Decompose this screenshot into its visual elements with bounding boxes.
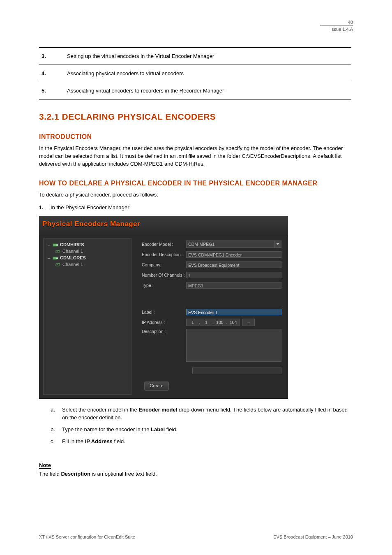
tree-channel-label: Channel 1 [62, 249, 83, 254]
tree-node-encoder[interactable]: – CDMLORES [47, 254, 128, 261]
collapse-icon[interactable]: – [47, 242, 51, 247]
intro-heading: INTRODUCTION [39, 133, 353, 141]
form-row-ip: IP Address : 1 . 1 . 100 . 104 ... [142, 319, 281, 326]
stage-text: Associating virtual encoders to recorder… [65, 82, 351, 99]
intro-paragraph: In the Physical Encoders Manager, the us… [39, 145, 353, 168]
table-row: 3. Setting up the virtual encoders in th… [39, 48, 351, 65]
company-input[interactable]: EVS Broadcast Equipment [186, 261, 281, 268]
description-textarea[interactable] [186, 329, 281, 362]
encoder-icon [53, 255, 58, 261]
page-header: 48 Issue 1.4.A [320, 20, 353, 32]
table-row: 4. Associating physical encoders to virt… [39, 65, 351, 82]
stage-number: 4. [39, 65, 65, 82]
step-row: 1. In the Physical Encoder Manager: [39, 204, 353, 212]
ip-input[interactable]: 1 . 1 . 100 . 104 [186, 319, 240, 326]
howto-heading: HOW TO DECLARE A PHYSICAL ENCODER IN THE… [39, 180, 353, 187]
form-row-description: Description : [142, 329, 281, 362]
substep-text: Fill in the IP Address field. [62, 438, 353, 446]
section-heading: 3.2.1 DECLARING PHYSICAL ENCODERS [39, 112, 353, 122]
type-input[interactable]: MPEG1 [186, 282, 281, 289]
ip-octet[interactable]: 1 [200, 320, 212, 325]
encoder-icon [53, 242, 58, 247]
footer-left: XT / XS Server configuration for CleanEd… [39, 534, 135, 539]
channel-icon [55, 249, 61, 254]
note-block: Note The field Description is an optiona… [39, 461, 353, 478]
page: 48 Issue 1.4.A 3. Setting up the virtual… [0, 0, 392, 555]
encoder-description-input[interactable]: EVS CDM-MPEG1 Encoder [186, 251, 281, 258]
substep-letter: a. [51, 406, 62, 422]
form-label: Company : [142, 262, 186, 267]
tree-node-encoder[interactable]: – CDMHIRES [47, 241, 128, 248]
stage-text: Associating physical encoders to virtual… [65, 65, 351, 82]
tree-node-channel[interactable]: Channel 1 [47, 261, 128, 268]
channel-icon [55, 262, 61, 267]
form-row-channels: Number Of Channels : 1 [142, 271, 281, 279]
form-label: Encoder Model : [142, 242, 186, 247]
form-label: Description : [142, 329, 186, 334]
substep-text: Type the name for the encoder in the Lab… [62, 426, 353, 434]
table-row: 5. Associating virtual encoders to recor… [39, 82, 351, 99]
tree-encoder-label: CDMLORES [60, 255, 86, 260]
substep-letter: c. [51, 438, 62, 446]
form-label: Number Of Channels : [142, 273, 186, 278]
ip-octet[interactable]: 100 [214, 320, 226, 325]
ip-browse-button[interactable]: ... [242, 319, 255, 326]
collapse-icon[interactable]: – [47, 255, 51, 260]
create-button-rest: reate [153, 383, 163, 388]
ip-address-field: 1 . 1 . 100 . 104 ... [186, 319, 255, 326]
step-number: 1. [39, 204, 51, 212]
scrollbar-horizontal[interactable] [192, 368, 281, 374]
page-number: 48 [320, 20, 353, 26]
ip-octet[interactable]: 1 [187, 320, 199, 325]
form-row-company: Company : EVS Broadcast Equipment [142, 261, 281, 268]
form-row-desc: Encoder Description : EVS CDM-MPEG1 Enco… [142, 251, 281, 258]
svg-point-3 [56, 257, 58, 259]
footer-right: EVS Broadcast Equipment – June 2010 [273, 534, 353, 539]
step-text: In the Physical Encoder Manager: [51, 204, 353, 212]
form-label: Label : [142, 310, 186, 314]
ip-octet[interactable]: 104 [227, 320, 240, 325]
stage-text: Setting up the virtual encoders in the V… [65, 48, 351, 65]
encoder-model-select[interactable]: CDM-MPEG1 [186, 240, 281, 248]
form-row-model: Encoder Model : CDM-MPEG1 [142, 240, 281, 248]
create-button[interactable]: Create [144, 382, 169, 391]
encoder-form: Encoder Model : CDM-MPEG1 Encoder Descri… [142, 240, 281, 365]
form-row-type: Type : MPEG1 [142, 282, 281, 289]
form-label: IP Address : [142, 320, 186, 325]
howto-intro: To declare a physical encoder, proceed a… [39, 191, 353, 199]
issue-label: Issue 1.4.A [320, 27, 353, 32]
label-input[interactable]: EVS Encoder 1 [186, 309, 281, 315]
encoder-tree[interactable]: – CDMHIRES Channel 1 – CDMLORES [43, 238, 131, 395]
substep-row: c. Fill in the IP Address field. [51, 438, 353, 446]
substep-row: b. Type the name for the encoder in the … [51, 426, 353, 434]
channels-input: 1 [186, 272, 281, 278]
app-title: Physical Encoders Manager [42, 220, 140, 228]
page-footer: XT / XS Server configuration for CleanEd… [39, 534, 353, 539]
tree-encoder-label: CDMHIRES [60, 242, 84, 247]
chevron-down-icon[interactable] [274, 241, 281, 247]
form-label: Encoder Description : [142, 252, 186, 257]
substep-row: a. Select the encoder model in the Encod… [51, 406, 353, 422]
app-screenshot: Physical Encoders Manager – CDMHIRES Cha… [39, 216, 288, 399]
stage-number: 3. [39, 48, 65, 65]
substep-letter: b. [51, 426, 62, 434]
note-body: The field Description is an optional fre… [39, 470, 353, 478]
stage-number: 5. [39, 82, 65, 99]
select-value: CDM-MPEG1 [188, 242, 214, 247]
form-row-label: Label : EVS Encoder 1 [142, 308, 281, 316]
note-title: Note [39, 462, 51, 469]
stage-table: 3. Setting up the virtual encoders in th… [39, 47, 351, 99]
tree-node-channel[interactable]: Channel 1 [47, 248, 128, 254]
form-label: Type : [142, 283, 186, 288]
svg-point-1 [56, 244, 58, 246]
substep-text: Select the encoder model in the Encoder … [62, 406, 353, 422]
tree-channel-label: Channel 1 [62, 262, 83, 267]
